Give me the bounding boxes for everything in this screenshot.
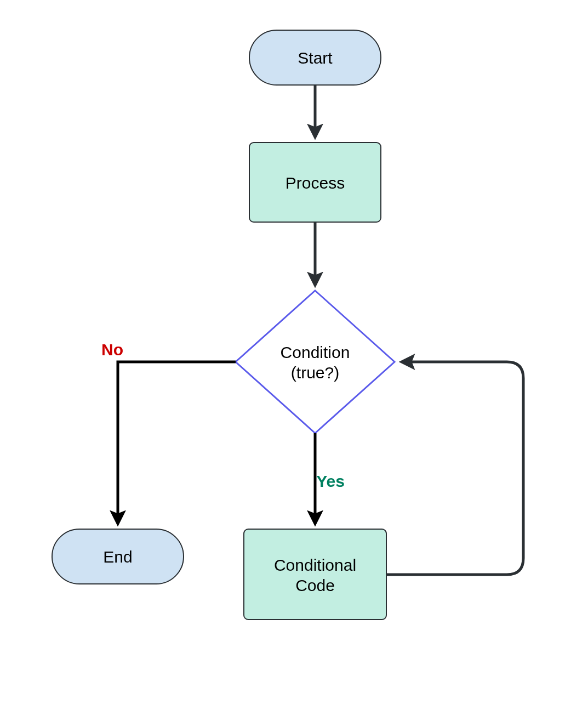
svg-marker-4 [236, 291, 395, 433]
svg-rect-6 [244, 529, 386, 620]
process-node: Process [249, 143, 381, 222]
end-node: End [52, 529, 184, 584]
arrow-condition-end [118, 362, 236, 523]
end-label: End [103, 548, 132, 566]
condition-node: Condition (true?) [236, 291, 395, 433]
conditional-label-2: Code [295, 576, 335, 594]
process-label: Process [286, 174, 345, 192]
conditional-label-1: Conditional [274, 556, 356, 574]
start-label: Start [298, 49, 333, 67]
start-node: Start [249, 30, 381, 85]
conditional-code-node: Conditional Code [244, 529, 386, 620]
flowchart-canvas: Start Process Condition (true?) No Yes E… [0, 0, 588, 704]
condition-label-1: Condition [281, 343, 350, 361]
condition-label-2: (true?) [291, 364, 339, 382]
yes-label: Yes [316, 472, 345, 490]
no-label: No [101, 340, 123, 359]
arrow-loop-back [386, 362, 523, 575]
